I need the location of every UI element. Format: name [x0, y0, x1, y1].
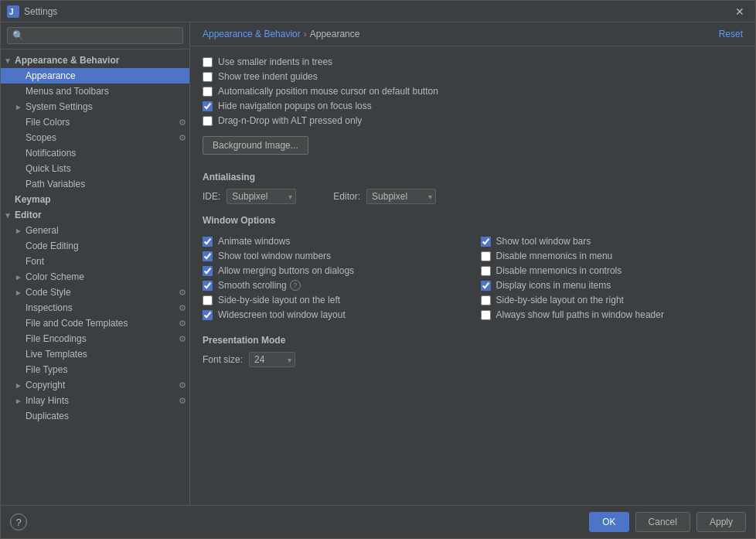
font-size-select[interactable]: 12 14 16 18 20 24 28 32	[249, 352, 295, 367]
checkbox-row-hide-nav: Hide navigation popups on focus loss	[203, 101, 743, 111]
sidebar-item-label: Live Templates	[26, 349, 87, 360]
sidebar-item-general[interactable]: ► General	[1, 223, 189, 238]
gear-icon: ⚙	[179, 118, 186, 128]
sidebar-item-keymap[interactable]: Keymap	[1, 192, 189, 207]
sidebar-item-label: Font	[26, 256, 44, 267]
checkbox-label-drag-alt: Drag-n-Drop with ALT pressed only	[218, 115, 362, 126]
background-image-button[interactable]: Background Image...	[203, 136, 308, 155]
sidebar-item-label: Appearance	[26, 70, 76, 81]
checkbox-label-merge-buttons: Allow merging buttons on dialogs	[218, 265, 354, 276]
sidebar-item-system-settings[interactable]: ► System Settings	[1, 99, 189, 114]
window-options-grid: Animate windows Show tool window numbers…	[203, 232, 743, 324]
ok-button[interactable]: OK	[589, 512, 628, 532]
checkbox-display-icons[interactable]	[481, 281, 491, 291]
ide-antialiasing-select[interactable]: Subpixel Greyscale LCD Off	[226, 189, 296, 204]
gear-icon: ⚙	[179, 288, 186, 298]
sidebar-item-live-templates[interactable]: Live Templates	[1, 346, 189, 362]
checkbox-row-auto-mouse: Automatically position mouse cursor on d…	[203, 86, 743, 97]
checkbox-disable-mnem-menu[interactable]	[481, 251, 491, 261]
checkbox-show-bars[interactable]	[481, 237, 491, 247]
checkbox-disable-mnem-ctrl[interactable]	[481, 266, 491, 276]
checkbox-label-animate: Animate windows	[218, 236, 290, 247]
search-input[interactable]	[7, 27, 183, 44]
apply-button[interactable]: Apply	[696, 512, 746, 532]
gear-icon: ⚙	[179, 334, 186, 344]
checkbox-tree-indent[interactable]	[203, 72, 213, 82]
sidebar-item-file-colors[interactable]: File Colors ⚙	[1, 114, 189, 130]
reset-link[interactable]: Reset	[719, 29, 743, 39]
sidebar-item-code-editing[interactable]: Code Editing	[1, 238, 189, 254]
sidebar-item-appearance[interactable]: Appearance	[1, 68, 189, 84]
checkbox-row-widescreen: Widescreen tool window layout	[203, 309, 465, 320]
expand-arrow: ►	[15, 288, 26, 297]
sidebar-item-scopes[interactable]: Scopes ⚙	[1, 130, 189, 145]
sidebar-item-label: Keymap	[15, 194, 51, 205]
checkbox-smooth[interactable]	[203, 281, 213, 291]
sidebar-item-file-code-templates[interactable]: File and Code Templates ⚙	[1, 316, 189, 331]
breadcrumb-parent[interactable]: Appearance & Behavior	[203, 29, 301, 39]
checkbox-row-disable-mnem-menu: Disable mnemonics in menu	[481, 251, 744, 261]
checkbox-full-paths[interactable]	[481, 310, 491, 320]
sidebar-item-font[interactable]: Font	[1, 254, 189, 269]
checkbox-animate[interactable]	[203, 237, 213, 247]
window-options-left: Animate windows Show tool window numbers…	[203, 232, 465, 324]
gear-icon: ⚙	[179, 380, 186, 391]
window-options-right: Show tool window bars Disable mnemonics …	[481, 232, 744, 324]
svg-text:J: J	[9, 8, 14, 16]
gear-icon: ⚙	[179, 133, 186, 143]
window-options-label: Window Options	[203, 215, 743, 226]
sidebar-item-inlay-hints[interactable]: ► Inlay Hints ⚙	[1, 393, 189, 408]
sidebar-item-quick-lists[interactable]: Quick Lists	[1, 161, 189, 176]
sidebar-item-file-encodings[interactable]: File Encodings ⚙	[1, 331, 189, 346]
sidebar-item-duplicates[interactable]: Duplicates	[1, 408, 189, 424]
help-icon-smooth[interactable]: ?	[290, 280, 301, 291]
checkbox-label-smaller-indents: Use smaller indents in trees	[218, 56, 332, 67]
sidebar-item-label: File and Code Templates	[26, 318, 128, 329]
sidebar-item-inspections[interactable]: Inspections ⚙	[1, 300, 189, 316]
sidebar-item-label: Inlay Hints	[26, 395, 69, 406]
checkbox-label-disable-mnem-menu: Disable mnemonics in menu	[496, 251, 613, 261]
sidebar-item-path-variables[interactable]: Path Variables	[1, 176, 189, 192]
editor-dropdown-wrap: Subpixel Greyscale LCD Off	[366, 189, 436, 204]
checkbox-label-tree-indent: Show tree indent guides	[218, 71, 318, 82]
sidebar-item-appearance-behavior[interactable]: ▼ Appearance & Behavior	[1, 53, 189, 68]
checkbox-drag-alt[interactable]	[203, 116, 213, 126]
sidebar-item-notifications[interactable]: Notifications	[1, 145, 189, 161]
checkbox-merge-buttons[interactable]	[203, 266, 213, 276]
sidebar: ▼ Appearance & Behavior Appearance Menus…	[1, 22, 190, 505]
checkbox-row-show-bars: Show tool window bars	[481, 236, 744, 247]
checkbox-label-full-paths: Always show full paths in window header	[496, 309, 664, 320]
sidebar-item-color-scheme[interactable]: ► Color Scheme	[1, 269, 189, 285]
checkbox-side-right[interactable]	[481, 295, 491, 305]
sidebar-item-menus-toolbars[interactable]: Menus and Toolbars	[1, 84, 189, 99]
font-size-dropdown-wrap: 12 14 16 18 20 24 28 32	[249, 352, 295, 367]
sidebar-item-copyright[interactable]: ► Copyright ⚙	[1, 377, 189, 393]
checkbox-hide-nav[interactable]	[203, 101, 213, 111]
checkbox-widescreen[interactable]	[203, 310, 213, 320]
close-button[interactable]: ✕	[730, 4, 749, 19]
checkbox-side-left[interactable]	[203, 295, 213, 305]
sidebar-item-label: Scopes	[26, 132, 56, 143]
checkbox-label-hide-nav: Hide navigation popups on focus loss	[218, 101, 372, 111]
checkbox-row-tree-indent: Show tree indent guides	[203, 71, 743, 82]
sidebar-item-label: File Colors	[26, 117, 70, 128]
sidebar-item-label: Appearance & Behavior	[15, 55, 119, 66]
ide-dropdown-wrap: Subpixel Greyscale LCD Off	[226, 189, 296, 204]
sidebar-item-label: General	[26, 225, 59, 236]
checkbox-row-merge-buttons: Allow merging buttons on dialogs	[203, 265, 465, 276]
checkbox-label-auto-mouse: Automatically position mouse cursor on d…	[218, 86, 438, 97]
editor-antialiasing-select[interactable]: Subpixel Greyscale LCD Off	[366, 189, 436, 204]
checkbox-row-full-paths: Always show full paths in window header	[481, 309, 744, 320]
checkbox-auto-mouse[interactable]	[203, 87, 213, 97]
checkbox-label-side-right: Side-by-side layout on the right	[496, 295, 624, 305]
sidebar-item-code-style[interactable]: ► Code Style ⚙	[1, 285, 189, 300]
cancel-button[interactable]: Cancel	[635, 512, 690, 532]
sidebar-item-file-types[interactable]: File Types	[1, 362, 189, 377]
sidebar-item-editor[interactable]: ▼ Editor	[1, 207, 189, 223]
checkbox-tool-nums[interactable]	[203, 251, 213, 261]
sidebar-item-label: Color Scheme	[26, 271, 84, 282]
checkbox-smaller-indents[interactable]	[203, 57, 213, 67]
expand-arrow: ►	[15, 227, 26, 235]
help-button[interactable]: ?	[10, 513, 27, 530]
sidebar-item-label: Code Editing	[26, 241, 79, 251]
